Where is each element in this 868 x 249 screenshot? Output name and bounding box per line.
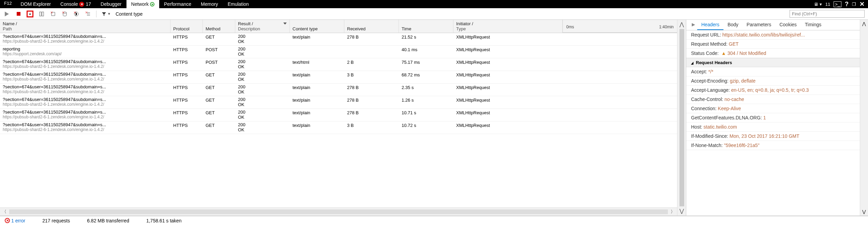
transferred-size: 6.82 MB transferred [87, 218, 129, 223]
header-row: Connection: Keep-Alive [686, 104, 860, 113]
horizontal-scrollbar[interactable]: 〈 〉 [0, 207, 677, 216]
main-content: Name /Path Protocol Method Result /Descr… [0, 20, 868, 216]
table-row[interactable]: ?section=674&user=361150258947&subdomain… [0, 96, 677, 109]
details-tab-parameters[interactable]: Parameters [743, 20, 775, 30]
grid-header: Name /Path Protocol Method Result /Descr… [0, 20, 677, 33]
f12-label: F12 [0, 0, 16, 8]
scroll-right-icon[interactable]: 〉 [671, 209, 675, 215]
tab-debugger[interactable]: Debugger [96, 0, 126, 8]
header-row: Accept-Language: en-US, en; q=0.8, ja; q… [686, 86, 860, 95]
table-row[interactable]: ?section=674&user=361150258947&subdomain… [0, 33, 677, 46]
header-row: Host: static.twilio.com [686, 122, 860, 132]
details-body: Request URL: https://static.twilio.com/l… [686, 30, 860, 216]
console-error-badge: ✕ [79, 2, 84, 7]
scroll-down-icon[interactable]: ⋁ [679, 208, 684, 214]
col-received[interactable]: Received [344, 20, 399, 33]
col-method[interactable]: Method [203, 20, 235, 33]
clear-cache-icon [62, 11, 68, 17]
request-grid: Name /Path Protocol Method Result /Descr… [0, 20, 677, 216]
col-result[interactable]: Result /Description [235, 20, 290, 33]
col-content-type[interactable]: Content type [290, 20, 344, 33]
col-timeline[interactable]: 0ms 1:40min [563, 20, 677, 33]
find-input[interactable] [790, 10, 865, 18]
details-scrollbar[interactable]: ⋀ ⋁ [860, 20, 868, 216]
recording-icon [150, 2, 154, 6]
status-code-row: Status Code: 304 / Not Modified [686, 49, 860, 58]
table-row[interactable]: ?section=674&user=361150258947&subdomain… [0, 71, 677, 84]
vertical-scrollbar[interactable]: ⋀ ⋁ [677, 20, 686, 216]
timeline-start: 0ms [566, 25, 574, 30]
undock-icon[interactable]: ❐ [852, 2, 856, 7]
tab-emulation[interactable]: Emulation [223, 0, 254, 8]
error-icon: ✕ [5, 218, 10, 223]
table-row[interactable]: ?section=674&user=361150258947&subdomain… [0, 121, 677, 134]
scroll-down-icon[interactable]: ⋁ [862, 209, 866, 214]
col-initiator[interactable]: Initiator /Type [453, 20, 563, 33]
tab-console[interactable]: Console ✕ 17 [56, 0, 96, 8]
header-row: If-None-Match: "59ee16f6-21a5" [686, 141, 860, 150]
request-url-row: Request URL: https://static.twilio.com/l… [686, 30, 860, 40]
col-name[interactable]: Name /Path [0, 20, 170, 33]
tab-dom-explorer[interactable]: DOM Explorer [16, 0, 56, 8]
tab-network[interactable]: Network [126, 0, 159, 8]
start-profiling-button[interactable] [3, 11, 10, 17]
scroll-up-icon[interactable]: ⋀ [679, 21, 684, 28]
col-protocol[interactable]: Protocol [170, 20, 203, 33]
clear-cookies-button[interactable] [73, 11, 80, 17]
device-count: 11 [825, 2, 830, 7]
request-count: 217 requests [42, 218, 70, 223]
close-icon[interactable]: ✕ [859, 0, 865, 8]
device-icon[interactable]: 🖥 ▾ [814, 2, 822, 7]
always-refresh-button[interactable] [38, 11, 45, 17]
time-taken: 1,758.61 s taken [146, 218, 182, 223]
details-tabs: ▶ Headers Body Parameters Cookies Timing… [686, 20, 860, 30]
table-row[interactable]: ?section=674&user=361150258947&subdomain… [0, 109, 677, 121]
status-bar: ✕ 1 error 217 requests 6.82 MB transferr… [0, 216, 868, 225]
clear-cookies-icon [74, 11, 79, 17]
details-tab-timings[interactable]: Timings [801, 20, 826, 30]
scroll-up-icon[interactable]: ⋀ [862, 21, 866, 26]
clear-list-icon [85, 11, 91, 17]
help-icon[interactable]: ? [845, 1, 849, 8]
svg-rect-0 [40, 12, 41, 16]
details-tab-cookies[interactable]: Cookies [775, 20, 801, 30]
clear-entries-button[interactable] [85, 11, 91, 17]
header-row: GetContentFeatures.DLNA.ORG: 1 [686, 113, 860, 122]
stop-profiling-button[interactable] [15, 11, 22, 17]
table-row[interactable]: ?section=674&user=361150258947&subdomain… [0, 84, 677, 96]
clear-log-icon [50, 11, 56, 17]
panel-menu-icon[interactable]: ▶ [690, 20, 697, 30]
console-error-count: 17 [86, 1, 91, 7]
network-toolbar: ▼ Content type [0, 8, 868, 20]
find-box [790, 10, 865, 18]
console-toggle-icon[interactable]: >_ [834, 1, 841, 7]
status-warning-icon [720, 50, 728, 56]
tab-console-label: Console [60, 1, 78, 7]
tab-performance[interactable]: Performance [159, 0, 196, 8]
table-row[interactable]: reportinghttps://support.zendesk.com/api… [0, 46, 677, 58]
request-url-value[interactable]: https://static.twilio.com/libs/twiliojs/… [722, 32, 805, 38]
col-time[interactable]: Time [399, 20, 453, 33]
header-row: If-Modified-Since: Mon, 23 Oct 2017 16:2… [686, 132, 860, 141]
details-tab-body[interactable]: Body [723, 20, 743, 30]
error-count-link[interactable]: ✕ 1 error [5, 218, 25, 223]
devtools-topbar: F12 DOM Explorer Console ✕ 17 Debugger N… [0, 0, 868, 8]
filter-button[interactable]: ▼ [101, 11, 111, 17]
header-row: Accept-Encoding: gzip, deflate [686, 76, 860, 86]
content-type-label: Content type [116, 11, 143, 17]
save-icon [29, 11, 31, 17]
request-headers-section[interactable]: Request Headers [686, 58, 860, 67]
details-tab-headers[interactable]: Headers [697, 20, 723, 30]
details-panel: ▶ Headers Body Parameters Cookies Timing… [686, 20, 860, 216]
export-har-button[interactable] [27, 11, 33, 17]
tab-network-label: Network [131, 1, 149, 7]
grid-body: ?section=674&user=361150258947&subdomain… [0, 33, 677, 207]
header-row: Accept: */* [686, 67, 860, 76]
clear-cache-button[interactable] [61, 11, 68, 17]
clear-session-button[interactable] [50, 11, 57, 17]
svg-rect-1 [42, 12, 44, 16]
tab-memory[interactable]: Memory [196, 0, 223, 8]
chevron-down-icon [283, 23, 287, 25]
scroll-left-icon[interactable]: 〈 [2, 209, 6, 215]
table-row[interactable]: ?section=674&user=361150258947&subdomain… [0, 58, 677, 71]
